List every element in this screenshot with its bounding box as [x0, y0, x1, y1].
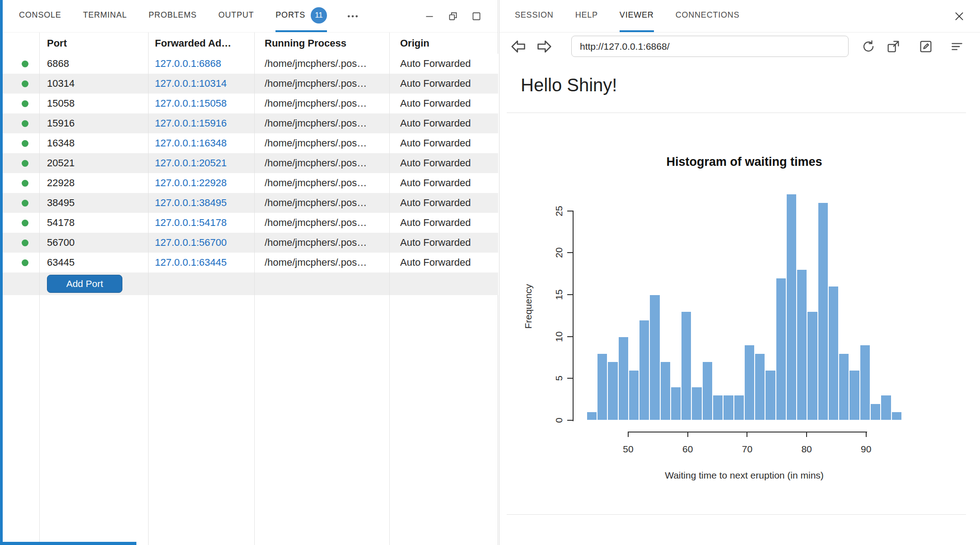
forwarded-address-link[interactable]: 127.0.0.1:6868	[148, 58, 254, 70]
forwarded-address-link[interactable]: 127.0.0.1:10314	[148, 78, 254, 89]
y-axis-tick	[567, 211, 573, 211]
forwarded-address-link[interactable]: 127.0.0.1:16348	[148, 137, 254, 149]
y-axis-tick-label: 0	[554, 411, 564, 429]
port-cell: 15916	[39, 117, 148, 129]
port-status-cell	[0, 160, 39, 167]
url-input[interactable]	[571, 36, 849, 57]
maximize-icon[interactable]	[471, 10, 482, 22]
histogram-bar	[639, 320, 649, 420]
histogram-bar	[870, 404, 881, 420]
port-status-cell	[0, 140, 39, 147]
histogram-bar	[891, 412, 902, 420]
forward-icon[interactable]	[536, 38, 552, 55]
forwarded-address-link[interactable]: 127.0.0.1:15916	[148, 117, 254, 129]
y-axis-tick	[567, 378, 573, 379]
histogram-bar	[786, 194, 797, 420]
forwarded-address-link[interactable]: 127.0.0.1:63445	[148, 257, 254, 268]
histogram-bar	[839, 353, 849, 420]
tab-problems[interactable]: PROBLEMS	[149, 0, 196, 32]
forwarded-address-link[interactable]: 127.0.0.1:22928	[148, 177, 254, 189]
y-axis-tick-label: 10	[554, 328, 564, 346]
forwarded-address-link[interactable]: 127.0.0.1:15058	[148, 98, 254, 109]
histogram-bar	[818, 202, 828, 420]
more-actions-icon[interactable]	[345, 0, 360, 32]
y-axis-line	[573, 211, 574, 421]
tab-help[interactable]: HELP	[575, 0, 598, 32]
histogram-bar	[744, 345, 755, 420]
port-cell: 63445	[39, 257, 148, 268]
x-axis-tick-label: 80	[793, 444, 820, 455]
y-axis-tick-label: 5	[554, 369, 564, 387]
table-row: 10314127.0.0.1:10314/home/jmcphers/.pos……	[0, 74, 498, 94]
viewer-panel: SESSION HELP VIEWER CONNECTIONS	[499, 0, 980, 545]
forwarded-address-link[interactable]: 127.0.0.1:20521	[148, 157, 254, 169]
minimize-icon[interactable]	[424, 10, 435, 22]
y-axis-tick	[567, 294, 573, 295]
histogram-bar	[723, 395, 733, 420]
viewer-content: Hello Shiny! Histogram of waiting times …	[499, 62, 980, 545]
port-status-cell	[0, 200, 39, 207]
open-external-icon[interactable]	[886, 39, 901, 54]
running-process-cell: /home/jmcphers/.pos…	[254, 177, 389, 189]
x-axis-tick	[806, 432, 807, 437]
back-icon[interactable]	[510, 38, 527, 55]
forwarded-address-link[interactable]: 127.0.0.1:54178	[148, 217, 254, 229]
x-axis-tick	[628, 432, 629, 437]
origin-cell: Auto Forwarded	[389, 197, 498, 209]
running-process-cell: /home/jmcphers/.pos…	[254, 197, 389, 209]
y-axis-tick	[567, 420, 573, 421]
origin-cell: Auto Forwarded	[389, 98, 498, 109]
tab-connections[interactable]: CONNECTIONS	[676, 0, 740, 32]
viewer-toolbar	[499, 33, 980, 62]
histogram-bar	[671, 387, 681, 420]
y-axis-tick	[567, 252, 573, 253]
x-axis-tick-label: 90	[853, 444, 880, 455]
origin-cell: Auto Forwarded	[389, 177, 498, 189]
tab-ports[interactable]: PORTS 11	[275, 0, 327, 32]
histogram-bar	[629, 370, 639, 420]
table-row: 20521127.0.0.1:20521/home/jmcphers/.pos……	[0, 153, 498, 173]
histogram-bar	[860, 345, 870, 420]
tab-terminal[interactable]: TERMINAL	[83, 0, 127, 32]
table-row: 15916127.0.0.1:15916/home/jmcphers/.pos……	[0, 113, 498, 133]
port-active-dot	[22, 61, 28, 67]
y-axis-tick-label: 25	[554, 202, 564, 220]
port-active-dot	[22, 140, 28, 147]
origin-cell: Auto Forwarded	[389, 58, 498, 70]
tab-session[interactable]: SESSION	[515, 0, 554, 32]
tab-output[interactable]: OUTPUT	[218, 0, 254, 32]
add-port-row: Add Port	[0, 272, 498, 295]
port-active-dot	[22, 100, 28, 107]
tab-console[interactable]: CONSOLE	[19, 0, 61, 32]
restore-icon[interactable]	[447, 10, 459, 22]
x-axis-tick-label: 60	[674, 444, 701, 455]
forwarded-address-link[interactable]: 127.0.0.1:56700	[148, 237, 254, 249]
histogram-bar	[849, 370, 859, 420]
app-window: CONSOLE TERMINAL PROBLEMS OUTPUT PORTS 1…	[0, 0, 980, 545]
running-process-cell: /home/jmcphers/.pos…	[254, 98, 389, 109]
port-active-dot	[22, 120, 28, 127]
forwarded-address-link[interactable]: 127.0.0.1:38495	[148, 197, 254, 209]
x-axis-tick	[687, 432, 688, 437]
open-in-editor-icon[interactable]	[919, 39, 933, 54]
histogram-bar	[681, 311, 691, 420]
port-active-dot	[22, 240, 28, 246]
add-port-button[interactable]: Add Port	[47, 275, 122, 293]
histogram-bar	[702, 362, 713, 420]
refresh-icon[interactable]	[861, 39, 876, 54]
port-active-dot	[22, 180, 28, 187]
origin-cell: Auto Forwarded	[389, 117, 498, 129]
port-cell: 38495	[39, 197, 148, 209]
histogram-bar	[807, 311, 817, 420]
close-panel-icon[interactable]	[952, 9, 966, 23]
histogram-bar	[765, 370, 775, 420]
clear-icon[interactable]	[950, 39, 964, 54]
viewer-tab-bar: SESSION HELP VIEWER CONNECTIONS	[499, 0, 980, 33]
histogram-bar	[649, 295, 660, 420]
x-axis-line	[628, 432, 867, 432]
running-process-cell: /home/jmcphers/.pos…	[254, 78, 389, 89]
port-status-cell	[0, 240, 39, 246]
port-cell: 6868	[39, 58, 148, 70]
tab-viewer[interactable]: VIEWER	[620, 0, 654, 32]
histogram-bar	[881, 395, 891, 420]
